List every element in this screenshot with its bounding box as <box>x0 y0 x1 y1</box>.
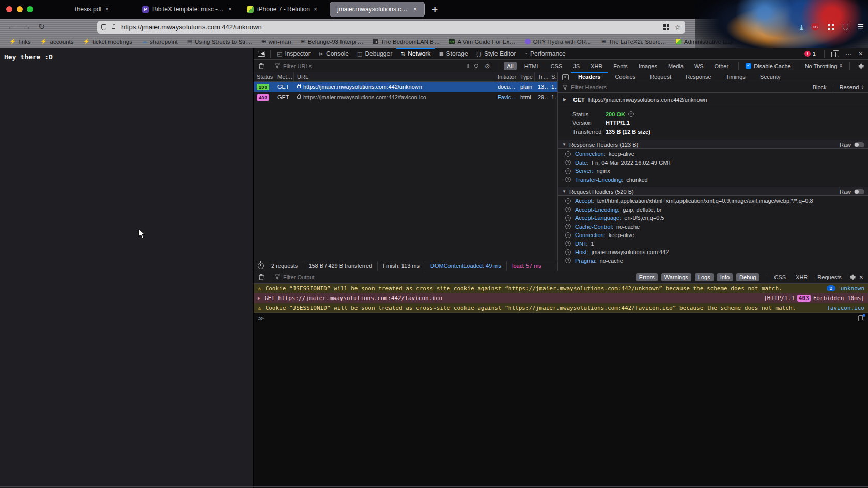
tab-debugger[interactable]: Debugger <box>353 48 396 59</box>
level-warnings[interactable]: Warnings <box>661 273 691 281</box>
downloads-icon[interactable] <box>800 24 803 30</box>
filter-all[interactable]: All <box>504 62 516 70</box>
tab-console[interactable]: Console <box>315 48 353 59</box>
tab-thesis-pdf[interactable]: thesis.pdf <box>44 0 140 19</box>
ublock-origin-icon[interactable]: uB <box>812 23 819 30</box>
bookmark-latex-source[interactable]: The LaTeX2ε Sourc… <box>601 39 667 45</box>
bookmark-ory-hydra[interactable]: ORY Hydra with OR… <box>525 39 592 45</box>
help-icon[interactable]: ? <box>565 224 571 229</box>
source-link[interactable]: favicon.ico <box>827 305 864 311</box>
details-tab-request[interactable]: Request <box>643 72 678 82</box>
help-icon[interactable]: ? <box>565 215 571 221</box>
column-size[interactable]: S… <box>548 72 557 81</box>
header-entry[interactable]: ?Accept:text/html,application/xhtml+xml,… <box>558 197 868 206</box>
close-window-button[interactable] <box>6 6 12 12</box>
console-error-row[interactable]: ▶ GET https://jmaier.mwaysolutions.com:4… <box>254 293 868 303</box>
expand-triangle-icon[interactable]: ▶ <box>258 296 260 301</box>
details-tab-cookies[interactable]: Cookies <box>608 72 643 82</box>
containers-grid-icon[interactable] <box>663 24 669 30</box>
filter-output-input[interactable]: Filter Output <box>283 274 315 280</box>
level-errors[interactable]: Errors <box>636 273 658 281</box>
tab-close-icon[interactable] <box>228 6 232 12</box>
sidebar-toggle-icon[interactable] <box>858 315 864 321</box>
column-transferred[interactable]: Tr… <box>535 72 548 81</box>
filter-fonts[interactable]: Fonts <box>610 62 631 70</box>
help-icon[interactable]: ? <box>565 177 571 182</box>
extensions-icon[interactable] <box>828 24 834 30</box>
request-row-unknown[interactable]: 200 GET https://jmaier.mwaysolutions.com… <box>254 82 557 92</box>
bookmark-ticket-meetings[interactable]: ticket meetings <box>83 39 132 45</box>
header-entry[interactable]: ?Accept-Language:en-US,en;q=0.5 <box>558 214 868 223</box>
level-logs[interactable]: Logs <box>695 273 714 281</box>
tab-close-icon[interactable] <box>314 6 317 12</box>
help-icon[interactable]: ? <box>565 232 571 238</box>
tab-inspector[interactable]: Inspector <box>273 48 315 59</box>
filter-other[interactable]: Other <box>711 62 732 70</box>
level-info[interactable]: Info <box>717 273 733 281</box>
source-link[interactable]: unknown <box>841 285 864 292</box>
webpage-viewport[interactable]: Hey there :D <box>0 48 253 487</box>
header-entry[interactable]: ?Accept-Encoding:gzip, deflate, br <box>558 206 868 214</box>
response-headers-section[interactable]: ▼ Response Headers (123 B) Raw <box>558 140 868 149</box>
collapse-triangle-icon[interactable]: ▼ <box>562 142 566 147</box>
raw-toggle[interactable] <box>854 189 864 194</box>
tab-network[interactable]: Network <box>396 48 435 59</box>
zoom-window-button[interactable] <box>27 6 33 12</box>
help-icon[interactable]: ? <box>565 249 571 255</box>
column-method[interactable]: Met… <box>274 72 294 81</box>
console-warning-row[interactable]: Cookie “JSESSIONID” will be soon treated… <box>254 284 868 293</box>
forward-button[interactable] <box>23 23 31 31</box>
throttling-dropdown[interactable]: No Throttling <box>805 63 843 69</box>
clear-console-trash-icon[interactable] <box>258 274 265 280</box>
tab-close-icon[interactable] <box>105 6 109 12</box>
tab-close-icon[interactable] <box>413 6 417 12</box>
bookmark-win-man[interactable]: win-man <box>261 39 291 45</box>
console-settings-gear-icon[interactable] <box>848 274 856 281</box>
help-icon[interactable]: ? <box>565 151 571 157</box>
header-entry[interactable]: ?Connection:keep-alive <box>558 150 868 159</box>
back-button[interactable] <box>7 23 16 31</box>
pick-element-icon[interactable] <box>258 51 265 57</box>
help-icon[interactable]: ? <box>565 241 571 246</box>
details-tab-timings[interactable]: Timings <box>719 72 753 82</box>
filter-urls-input[interactable]: Filter URLs <box>283 63 312 69</box>
minimize-window-button[interactable] <box>17 6 23 12</box>
header-entry[interactable]: ?Host:jmaier.mwaysolutions.com:442 <box>558 248 868 257</box>
help-icon[interactable]: ? <box>565 160 571 165</box>
header-entry[interactable]: ?Transfer-Encoding:chunked <box>558 176 868 184</box>
block-button[interactable]: Block <box>813 84 827 90</box>
collapse-triangle-icon[interactable]: ▼ <box>562 189 566 194</box>
category-css[interactable]: CSS <box>771 273 789 281</box>
help-icon[interactable]: ? <box>565 207 571 212</box>
bookmark-bedroomlan[interactable]: ~aThe BedroomLAN B… <box>373 39 440 45</box>
disable-cache-checkbox[interactable]: Disable Cache <box>746 63 791 69</box>
filter-css[interactable]: CSS <box>548 62 566 70</box>
filter-xhr[interactable]: XHR <box>587 62 606 70</box>
request-summary-line[interactable]: ▶ GET https://jmaier.mwaysolutions.com:4… <box>558 93 868 106</box>
header-entry[interactable]: ?DNT:1 <box>558 240 868 248</box>
error-count-badge[interactable]: !1 <box>804 51 816 57</box>
url-bar[interactable]: https://jmaier.mwaysolutions.com:442/unk… <box>97 21 685 34</box>
initiator-cell[interactable]: Favic… <box>494 94 517 100</box>
tab-style-editor[interactable]: Style Editor <box>472 48 520 59</box>
header-entry[interactable]: ?Connection:keep-alive <box>558 231 868 240</box>
play-media-icon[interactable] <box>562 74 569 80</box>
responsive-mode-icon[interactable] <box>833 50 839 57</box>
details-tab-headers[interactable]: Headers <box>571 72 608 82</box>
column-status[interactable]: Status <box>254 72 274 81</box>
header-entry[interactable]: ?Server:nginx <box>558 167 868 176</box>
console-warning-row[interactable]: Cookie “JSESSIONID” will be soon treated… <box>254 303 868 313</box>
tab-storage[interactable]: Storage <box>435 48 472 59</box>
header-entry[interactable]: ?Cache-Control:no-cache <box>558 223 868 231</box>
help-icon[interactable]: ? <box>628 111 634 117</box>
tab-performance[interactable]: Performance <box>520 48 569 59</box>
bookmark-befunge[interactable]: Befunge-93 Interpr… <box>300 39 363 45</box>
tracking-protection-shield-icon[interactable] <box>101 24 106 30</box>
filter-media[interactable]: Media <box>665 62 687 70</box>
column-url[interactable]: URL <box>294 72 494 81</box>
bookmark-star-icon[interactable] <box>674 24 681 31</box>
filter-js[interactable]: JS <box>570 62 583 70</box>
raw-toggle[interactable] <box>854 142 864 147</box>
block-requests-icon[interactable] <box>485 63 490 69</box>
column-initiator[interactable]: Initiator <box>494 72 517 81</box>
